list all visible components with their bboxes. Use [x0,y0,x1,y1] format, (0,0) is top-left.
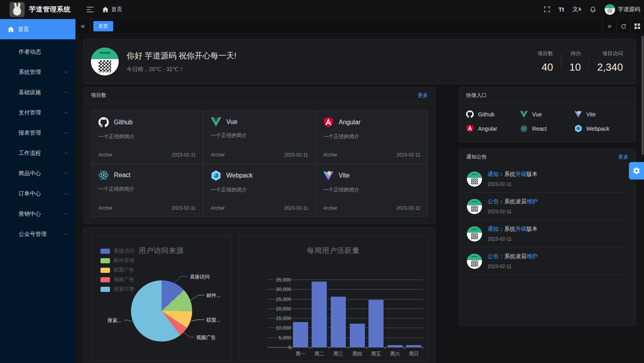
qr-avatar [467,254,482,269]
project-date: 2023-02-11 [284,152,309,158]
greeting-title: 你好 芋道源码 祝你开心每一天! [127,50,237,61]
github-icon [98,117,109,127]
tab-bar: 首页 [75,19,644,34]
pie-chart: 用户访问来源 直接访问 邮件营销 联盟广告 视频广告 搜索引擎 [91,235,231,361]
notice-item[interactable]: 公告：系统凌晨维护 2023-02-11 [467,247,628,275]
project-author: Archer [211,205,225,211]
github-icon [466,110,474,118]
user-menu[interactable]: 芋道源码 [605,4,640,15]
scrollbar[interactable] [642,36,644,155]
expand-tabs-icon[interactable] [602,19,616,33]
projects-title: 项目数 [91,92,106,99]
sidebar: 首页 作者动态 系统管理 基础设施 支付管理 报表管理 工作流程 商品中心 [0,19,75,363]
project-card-angular[interactable]: Angular 一个正经的简介 Archer 2023-02-11 [316,110,428,164]
sidebar-item-payment[interactable]: 支付管理 [0,102,75,123]
greeting-weather: 今日晴，20℃ - 32℃！ [127,66,237,73]
bar-mon [293,322,308,348]
shortcut-react[interactable]: React [520,125,574,132]
sidebar-item-home[interactable]: 首页 [0,19,75,39]
chevron-down-icon [64,151,68,155]
project-card-github[interactable]: Github 一个正经的简介 Archer 2023-02-11 [91,110,203,164]
project-date: 2023-02-11 [172,205,196,211]
shortcut-vue[interactable]: Vue [520,110,574,118]
qr-avatar [467,172,482,187]
svg-text:视频广告: 视频广告 [196,335,216,340]
menu-fold-icon[interactable] [87,6,94,13]
app-logo [10,2,25,17]
bar-fri [368,300,384,348]
sidebar-item-label: 基础设施 [19,89,41,96]
project-card-vue[interactable]: Vue 一个正经的简介 Archer 2023-02-11 [203,110,316,164]
stat-visits: 项目访问 2,340 [597,50,623,73]
sidebar-item-report[interactable]: 报表管理 [0,123,75,143]
notices-more-link[interactable]: 更多 [618,153,629,160]
sidebar-item-marketing-center[interactable]: 营销中心 [0,204,75,224]
project-author: Archer [98,152,112,158]
vue-icon [520,111,528,118]
shortcut-angular[interactable]: Angular [466,125,520,132]
chevron-down-icon [64,171,68,176]
main-content: 你好 芋道源码 祝你开心每一天! 今日晴，20℃ - 32℃！ 项目数 40 待… [75,34,644,363]
qr-avatar [91,48,119,75]
svg-text:直接访问: 直接访问 [190,274,210,280]
app-title: 芋道管理系统 [29,5,71,14]
stats: 项目数 40 待办 10 项目访问 2,340 [538,50,623,73]
sidebar-item-official-account[interactable]: 公众号管理 [0,224,75,244]
sidebar-item-label: 系统管理 [19,69,41,76]
shortcut-webpack[interactable]: Webpack [575,125,629,132]
breadcrumb[interactable]: 首页 [102,6,122,13]
sidebar-item-product-center[interactable]: 商品中心 [0,163,75,183]
angular-icon [466,125,474,132]
breadcrumb-label: 首页 [111,6,122,13]
vite-icon [323,170,334,181]
bell-icon[interactable] [590,6,596,13]
sidebar-item-workflow[interactable]: 工作流程 [0,143,75,163]
sidebar-item-author-news[interactable]: 作者动态 [0,42,75,62]
sidebar-item-order-center[interactable]: 订单中心 [0,183,75,204]
notice-item[interactable]: 通知：系统升级版本 2023-02-11 [467,220,628,247]
notice-item[interactable]: 公告：系统凌晨维护 2023-02-11 [467,193,628,220]
fullscreen-icon[interactable] [544,6,550,13]
home-icon [102,7,108,12]
notice-item[interactable]: 通知：系统升级版本 2023-02-11 [467,165,628,193]
angular-icon [323,117,334,127]
svg-text:搜索...: 搜索... [108,318,121,323]
greeting-card: 你好 芋道源码 祝你开心每一天! 今日晴，20℃ - 32℃！ 项目数 40 待… [83,39,636,84]
react-icon [520,125,528,132]
shortcuts-title: 快捷入口 [466,92,487,99]
project-card-vite[interactable]: Vite 一个正经的简介 Archer 2023-02-11 [316,164,428,217]
font-size-icon[interactable]: Tt [559,6,564,13]
grid-layout-icon[interactable] [630,19,644,33]
refresh-icon[interactable] [616,19,630,33]
chevron-down-icon [64,232,68,236]
webpack-icon [211,170,221,181]
qr-avatar [467,199,482,214]
sidebar-item-label: 首页 [18,26,29,33]
project-date: 2023-02-11 [172,152,196,158]
x-axis-ticks [291,348,423,349]
shortcut-github[interactable]: Github [466,110,520,118]
tab-home[interactable]: 首页 [93,21,113,31]
vite-icon [575,110,582,118]
sidebar-item-infrastructure[interactable]: 基础设施 [0,82,75,102]
settings-fab[interactable] [629,162,644,180]
sidebar-item-system[interactable]: 系统管理 [0,62,75,82]
pie-callouts: 直接访问 邮件... 联盟... 视频广告 搜索... [92,236,231,361]
vue-icon [211,117,221,126]
language-icon[interactable]: 文A [573,6,581,13]
chevron-down-icon [64,90,68,95]
chevron-down-icon [64,212,68,216]
project-card-webpack[interactable]: Webpack 一个正经的简介 Archer 2023-02-11 [203,164,316,217]
shortcut-vite[interactable]: Vite [575,110,629,118]
charts-card: 用户访问来源 直接访问 邮件营销 联盟广告 视频广告 搜索引擎 [83,227,436,363]
project-card-react[interactable]: React 一个正经的简介 Archer 2023-02-11 [91,164,203,217]
projects-more-link[interactable]: 更多 [418,92,428,99]
bar-wed [331,297,346,348]
shortcuts-card: 快捷入口 Github Vue Vite [459,87,636,143]
collapse-tabs-icon[interactable] [75,19,91,33]
project-author: Archer [323,152,337,158]
qr-avatar [467,226,482,241]
bar-chart-title: 每周用户活跃量 [239,246,427,255]
sidebar-item-label: 公众号管理 [19,231,46,238]
project-author: Archer [211,152,225,158]
